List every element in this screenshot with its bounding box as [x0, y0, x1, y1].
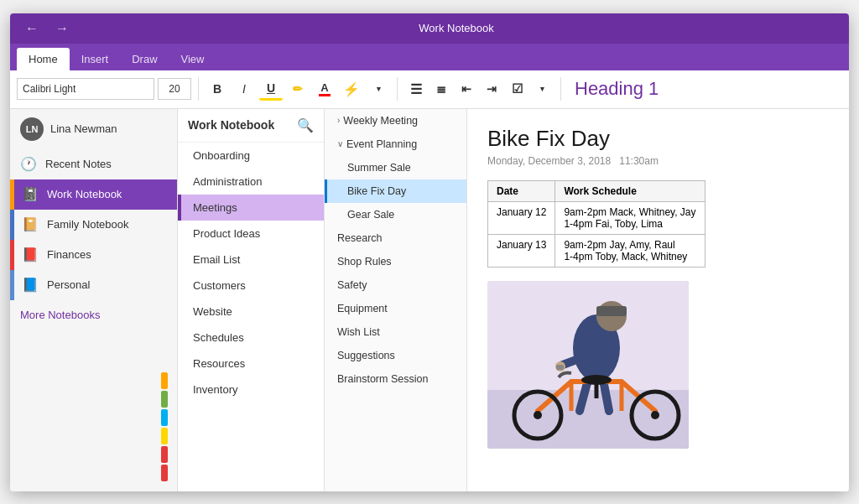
note-image: [487, 281, 689, 449]
separator-2: [397, 77, 398, 101]
separator-1: [198, 77, 199, 101]
search-icon[interactable]: 🔍: [297, 117, 314, 133]
svg-point-15: [651, 411, 659, 419]
table-cell-schedule-2: 9am-2pm Jay, Amy, Raul1-4pm Toby, Mack, …: [555, 234, 705, 267]
user-name: Lina Newman: [50, 122, 117, 135]
page-item-brainstorm[interactable]: Brainstorm Session: [325, 367, 466, 391]
tab-draw[interactable]: Draw: [120, 48, 169, 70]
more-formatting-button[interactable]: ⚡: [340, 77, 363, 101]
back-button[interactable]: ←: [20, 19, 44, 38]
ribbon-tabs: Home Insert Draw View: [10, 44, 849, 70]
page-item-bike-fix-day[interactable]: Bike Fix Day: [325, 179, 466, 203]
page-expand-event: ∨ Event Planning: [337, 138, 456, 150]
page-item-shop-rules[interactable]: Shop Rules: [325, 250, 466, 273]
highlight-button[interactable]: ✏: [286, 77, 310, 101]
sidebar-item-finances[interactable]: 📕 Finances: [10, 240, 177, 270]
checkbox-button[interactable]: ☑: [505, 77, 528, 101]
svg-point-13: [534, 411, 542, 419]
clock-icon: 🕐: [20, 156, 37, 173]
formatting-dropdown[interactable]: ▾: [367, 77, 390, 101]
sidebar: LN Lina Newman 🕐 Recent Notes 📓 Work Not…: [10, 109, 178, 491]
sidebar-item-family[interactable]: 📔 Family Notebook: [10, 210, 177, 240]
ribbon: Home Insert Draw View B I U ✏ A ⚡ ▾ ☰ ≣ …: [10, 44, 849, 109]
svg-rect-17: [556, 365, 564, 370]
list-buttons: ☰ ≣ ⇤ ⇥ ☑ ▾: [404, 77, 554, 101]
section-panel-header: Work Notebook 🔍: [178, 109, 324, 143]
tab-home[interactable]: Home: [17, 48, 70, 70]
page-panel: › Weekly Meeting ∨ Event Planning Summer…: [325, 109, 467, 491]
tab-view[interactable]: View: [169, 48, 216, 70]
tab-insert[interactable]: Insert: [70, 48, 121, 70]
italic-button[interactable]: I: [232, 77, 256, 101]
sidebar-item-work[interactable]: 📓 Work Notebook: [10, 179, 177, 210]
sidebar-item-label-work: Work Notebook: [47, 188, 122, 200]
user-row[interactable]: LN Lina Newman: [10, 109, 177, 149]
main-area: LN Lina Newman 🕐 Recent Notes 📓 Work Not…: [10, 109, 849, 491]
increase-indent-button[interactable]: ⇥: [480, 77, 503, 101]
section-item-administration[interactable]: Administration: [178, 169, 324, 195]
window-title: Work Notebook: [74, 22, 839, 34]
bold-button[interactable]: B: [206, 77, 229, 101]
section-item-website[interactable]: Website: [178, 299, 324, 325]
section-item-customers[interactable]: Customers: [178, 273, 324, 299]
svg-line-7: [603, 380, 609, 411]
section-panel: Work Notebook 🔍 Onboarding Administratio…: [178, 109, 325, 491]
page-item-equipment[interactable]: Equipment: [325, 297, 466, 320]
page-item-suggestions[interactable]: Suggestions: [325, 344, 466, 367]
forward-button[interactable]: →: [50, 19, 74, 38]
table-cell-schedule-1: 9am-2pm Mack, Whitney, Jay1-4pm Fai, Tob…: [555, 201, 705, 234]
note-table: Date Work Schedule January 12 9am-2pm Ma…: [487, 180, 705, 268]
sidebar-item-personal[interactable]: 📘 Personal: [10, 270, 177, 300]
table-cell-date-1: January 12: [488, 201, 555, 234]
section-item-onboarding[interactable]: Onboarding: [178, 143, 324, 169]
underline-button[interactable]: U: [259, 77, 283, 101]
notebook-icon-family: 📔: [22, 216, 39, 233]
font-color-button[interactable]: A: [313, 77, 336, 101]
page-item-weekly-meeting[interactable]: › Weekly Meeting: [325, 109, 466, 132]
font-name-input[interactable]: [17, 78, 154, 100]
expand-arrow-event: ∨: [337, 139, 343, 148]
page-item-gear-sale[interactable]: Gear Sale: [325, 203, 466, 226]
sidebar-item-label-family: Family Notebook: [47, 218, 129, 231]
title-bar-nav: ← →: [20, 19, 74, 38]
page-item-event-planning[interactable]: ∨ Event Planning: [325, 132, 466, 156]
heading-style-label[interactable]: Heading 1: [575, 78, 659, 100]
section-item-email-list[interactable]: Email List: [178, 247, 324, 273]
table-header-date: Date: [488, 180, 555, 201]
notebook-icon-finances: 📕: [22, 247, 39, 263]
note-date: Monday, December 3, 2018 11:30am: [487, 155, 829, 167]
avatar: LN: [20, 117, 44, 141]
page-item-safety[interactable]: Safety: [325, 273, 466, 297]
bullet-list-button[interactable]: ☰: [404, 77, 428, 101]
svg-rect-4: [596, 306, 627, 316]
section-item-resources[interactable]: Resources: [178, 351, 324, 377]
decrease-indent-button[interactable]: ⇤: [455, 77, 478, 101]
page-item-research[interactable]: Research: [325, 226, 466, 250]
list-dropdown[interactable]: ▾: [530, 77, 554, 101]
table-row: January 13 9am-2pm Jay, Amy, Raul1-4pm T…: [488, 234, 705, 267]
numbered-list-button[interactable]: ≣: [430, 77, 453, 101]
section-item-meetings[interactable]: Meetings: [178, 195, 324, 221]
content-area: Bike Fix Day Monday, December 3, 2018 11…: [467, 109, 849, 491]
section-item-schedules[interactable]: Schedules: [178, 325, 324, 351]
app-window: ← → Work Notebook Home Insert Draw View …: [10, 13, 849, 491]
separator-3: [560, 77, 561, 101]
table-header-schedule: Work Schedule: [555, 180, 705, 201]
expand-arrow-weekly: ›: [337, 116, 340, 125]
more-notebooks-link[interactable]: More Notebooks: [10, 300, 177, 330]
page-expand-weekly: › Weekly Meeting: [337, 115, 456, 127]
title-bar: ← → Work Notebook: [10, 13, 849, 44]
section-item-inventory[interactable]: Inventory: [178, 377, 324, 403]
table-cell-date-2: January 13: [488, 234, 555, 267]
page-item-wish-list[interactable]: Wish List: [325, 320, 466, 344]
page-item-summer-sale[interactable]: Summer Sale: [325, 156, 466, 179]
notebook-icon-work: 📓: [22, 186, 39, 203]
sidebar-item-recent[interactable]: 🕐 Recent Notes: [10, 149, 177, 179]
notebook-icon-personal: 📘: [22, 277, 39, 294]
font-size-input[interactable]: [158, 78, 191, 100]
section-item-product-ideas[interactable]: Product Ideas: [178, 221, 324, 247]
sidebar-item-label-personal: Personal: [47, 278, 90, 291]
note-title: Bike Fix Day: [487, 126, 829, 152]
sidebar-item-label-finances: Finances: [47, 248, 91, 261]
ribbon-content: B I U ✏ A ⚡ ▾ ☰ ≣ ⇤ ⇥ ☑ ▾ Heading 1: [10, 70, 849, 109]
